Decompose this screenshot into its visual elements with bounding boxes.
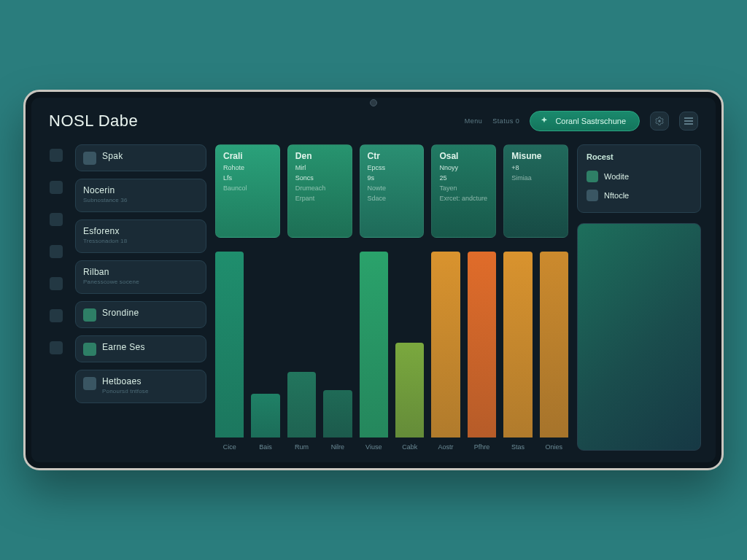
stat-card[interactable]: Crali Rohote Lfs Bauncol — [215, 144, 280, 238]
sparkle-icon — [539, 116, 549, 126]
link-icon — [587, 190, 598, 201]
x-tick-label: Onies — [540, 443, 568, 451]
rail-icon[interactable] — [50, 245, 63, 258]
card-line: 9s — [368, 174, 417, 182]
settings-button[interactable] — [650, 112, 669, 131]
card-line: Simiaa — [511, 174, 560, 182]
stat-card[interactable]: Ctr Epcss 9s Nowte Sdace — [360, 144, 425, 238]
header-bar: NOSL Dabe Menu Status 0 Coranl Sastrschu… — [46, 111, 701, 136]
primary-action-pill[interactable]: Coranl Sastrschune — [530, 111, 640, 131]
chart-bar[interactable] — [251, 394, 279, 438]
chart-bar[interactable] — [323, 390, 352, 438]
stat-card[interactable]: Osal Nnoyy 25 Tayen Exrcet: andcture — [431, 144, 496, 238]
chart-bar[interactable] — [395, 343, 424, 438]
sidebar-item-sub: Panesscowe socene — [83, 279, 139, 285]
card-line: Mirl — [295, 164, 344, 171]
card-line: Sdace — [368, 195, 417, 202]
chart-bar[interactable] — [540, 252, 568, 438]
sidebar-item[interactable]: Spak — [75, 144, 206, 171]
stat-card-row: Crali Rohote Lfs Bauncol Den Mirl Soncs … — [215, 144, 568, 238]
x-tick-label: Viuse — [360, 443, 388, 451]
right-panel-title: Rocest — [587, 152, 692, 161]
chart-bar[interactable] — [287, 372, 316, 438]
right-panel-item[interactable]: Nftocle — [587, 186, 692, 205]
app-screen: NOSL Dabe Menu Status 0 Coranl Sastrschu… — [46, 111, 701, 451]
sidebar-item-sub: Ponoursd tntfose — [102, 388, 149, 394]
right-panel: Rocest Wodite Nftocle — [577, 144, 701, 213]
app-title: NOSL Dabe — [49, 112, 138, 131]
folder-icon — [83, 308, 96, 322]
bar-chart: CiceBaisRumNilreViuseCabkAostrPfhreStasO… — [215, 248, 568, 451]
x-tick-label: Cabk — [395, 443, 424, 451]
rail-icon[interactable] — [50, 341, 63, 354]
menu-button[interactable] — [679, 112, 698, 131]
card-title: Osal — [439, 151, 488, 161]
x-tick-label: Bais — [251, 443, 279, 451]
chart-bar[interactable] — [468, 252, 496, 438]
stat-card[interactable]: Den Mirl Soncs Drumeach Erpant — [287, 144, 352, 238]
sidebar-item[interactable]: Earne Ses — [75, 335, 206, 362]
card-title: Crali — [223, 151, 272, 161]
card-line: Tayen — [439, 184, 488, 192]
x-tick-label: Cice — [215, 443, 244, 451]
sidebar-item[interactable]: Nocerin Subnostance 36 — [75, 179, 206, 212]
sidebar-item-sub: Subnostance 36 — [83, 197, 128, 203]
sidebar-item[interactable]: Esforenx Tressonadon 18 — [75, 219, 206, 253]
sidebar-item-label: Earne Ses — [102, 342, 145, 352]
pill-label: Coranl Sastrschune — [555, 117, 626, 125]
card-line: Drumeach — [295, 184, 344, 192]
doc-icon — [587, 171, 598, 182]
list-icon — [83, 152, 96, 165]
x-tick-label: Aostr — [431, 443, 460, 451]
x-tick-label: Pfhre — [468, 443, 496, 451]
card-line: Exrcet: andcture — [439, 195, 488, 202]
card-title: Misune — [511, 151, 560, 161]
chart-x-axis: CiceBaisRumNilreViuseCabkAostrPfhreStasO… — [215, 443, 568, 451]
x-tick-label: Rum — [287, 443, 316, 451]
card-line: Bauncol — [223, 184, 272, 192]
x-tick-label: Stas — [503, 443, 532, 451]
card-line: Erpant — [295, 195, 344, 202]
sidebar-item-sub: Tressonadon 18 — [83, 238, 127, 244]
card-line: Nowte — [368, 184, 417, 192]
card-title: Den — [295, 151, 344, 161]
right-item-label: Wodite — [604, 172, 629, 181]
sidebar-item[interactable]: Srondine — [75, 301, 206, 328]
chart-bar[interactable] — [503, 252, 532, 438]
sidebar-item[interactable]: Rilban Panesscowe socene — [75, 260, 206, 294]
card-line: Lfs — [223, 174, 272, 182]
x-tick-label: Nilre — [323, 443, 352, 451]
sidebar-item-label: Srondine — [102, 308, 139, 318]
stat-card[interactable]: Misune +8 Simiaa — [503, 144, 568, 238]
card-line: Soncs — [295, 174, 344, 182]
rail-icon[interactable] — [50, 309, 63, 322]
laptop-frame: NOSL Dabe Menu Status 0 Coranl Sastrschu… — [23, 90, 724, 470]
chart-bar[interactable] — [360, 252, 388, 438]
card-line: Epcss — [368, 164, 417, 171]
chart-bar[interactable] — [215, 252, 244, 438]
rail-icon[interactable] — [50, 213, 63, 226]
rail-icon[interactable] — [50, 277, 63, 290]
sidebar-item-label: Nocerin — [83, 185, 128, 195]
gear-icon — [654, 116, 665, 126]
chart-bar[interactable] — [431, 252, 460, 438]
header-status-small: Status 0 — [492, 117, 519, 125]
sidebar-item-label: Esforenx — [83, 226, 127, 236]
preview-panel — [577, 223, 701, 451]
card-line: 25 — [439, 174, 488, 182]
svg-point-0 — [658, 120, 661, 122]
rail-icon[interactable] — [50, 149, 63, 162]
sidebar-item[interactable]: Hetboaes Ponoursd tntfose — [75, 370, 206, 403]
sidebar: Spak Nocerin Subnostance 36 Esforenx Tre… — [75, 144, 206, 451]
sidebar-item-label: Spak — [102, 151, 123, 161]
card-line: Nnoyy — [439, 164, 488, 171]
icon-rail — [46, 144, 66, 451]
database-icon — [83, 377, 96, 390]
sidebar-item-label: Rilban — [83, 267, 139, 277]
right-panel-item[interactable]: Wodite — [587, 167, 692, 186]
header-hint: Menu — [465, 117, 483, 125]
rail-icon[interactable] — [50, 181, 63, 194]
card-line: Rohote — [223, 164, 272, 171]
right-column: Rocest Wodite Nftocle — [577, 144, 701, 451]
card-line: +8 — [511, 164, 560, 171]
